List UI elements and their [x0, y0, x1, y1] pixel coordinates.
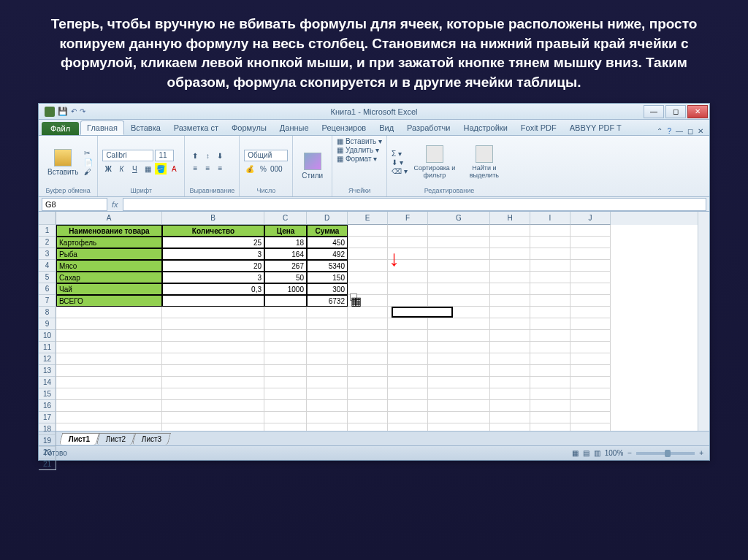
cell[interactable]: [264, 423, 307, 431]
cell[interactable]: [162, 400, 264, 412]
tab-insert[interactable]: Вставка: [124, 120, 167, 135]
cell[interactable]: [162, 412, 264, 423]
cell[interactable]: [56, 423, 162, 431]
cell[interactable]: [490, 377, 530, 388]
cell[interactable]: [570, 412, 611, 423]
cell[interactable]: [56, 318, 162, 330]
cell[interactable]: [388, 330, 428, 342]
cell[interactable]: [162, 330, 264, 342]
cell[interactable]: [264, 330, 307, 342]
col-header-D[interactable]: D: [307, 212, 348, 225]
cell[interactable]: 267: [264, 260, 307, 272]
cell[interactable]: [530, 248, 570, 260]
cell[interactable]: [307, 330, 348, 342]
cell[interactable]: [490, 260, 530, 272]
cell[interactable]: [428, 318, 490, 330]
cell[interactable]: [56, 365, 162, 377]
cell[interactable]: [264, 377, 307, 388]
cell[interactable]: [570, 307, 611, 318]
cell[interactable]: [348, 260, 388, 272]
row-header[interactable]: 1: [39, 225, 56, 237]
doc-close-icon[interactable]: ✕: [698, 127, 703, 135]
cell[interactable]: [264, 353, 307, 365]
cell[interactable]: [490, 412, 530, 423]
cell[interactable]: [162, 365, 264, 377]
row-header[interactable]: 13: [39, 365, 56, 377]
cell[interactable]: Рыба: [56, 248, 162, 260]
cell[interactable]: [307, 353, 348, 365]
fx-icon[interactable]: fx: [107, 200, 123, 209]
cell[interactable]: [264, 295, 307, 307]
cell[interactable]: [307, 423, 348, 431]
row-header[interactable]: 3: [39, 248, 56, 260]
cell[interactable]: [428, 400, 490, 412]
cell[interactable]: [56, 400, 162, 412]
cell[interactable]: [348, 307, 388, 318]
cell[interactable]: [570, 272, 611, 283]
cell[interactable]: [570, 423, 611, 431]
cell[interactable]: [307, 400, 348, 412]
cell[interactable]: ВСЕГО: [56, 295, 162, 307]
cell[interactable]: [388, 283, 428, 295]
view-layout-icon[interactable]: ▤: [583, 449, 589, 457]
row-header[interactable]: 7: [39, 295, 56, 307]
row-header[interactable]: 9: [39, 318, 56, 330]
cells-delete-button[interactable]: ▦ Удалить ▾: [337, 146, 379, 154]
align-top[interactable]: ⬆: [189, 150, 201, 162]
row-header[interactable]: 20: [39, 447, 56, 459]
cell[interactable]: [570, 353, 611, 365]
cell[interactable]: [428, 365, 490, 377]
cell[interactable]: [428, 295, 490, 307]
cell[interactable]: [348, 412, 388, 423]
sheet-tab-1[interactable]: Лист1: [59, 433, 99, 445]
fill-color-button[interactable]: 🪣: [155, 163, 167, 174]
zoom-out-button[interactable]: −: [627, 449, 632, 457]
cell[interactable]: 50: [264, 272, 307, 283]
cell[interactable]: 150: [307, 272, 348, 283]
cell[interactable]: [570, 342, 611, 353]
row-header[interactable]: 4: [39, 260, 56, 272]
cell[interactable]: [428, 272, 490, 283]
zoom-in-button[interactable]: +: [699, 449, 703, 457]
cell[interactable]: Сумма: [307, 225, 348, 237]
spreadsheet-grid[interactable]: 123456789101112131415161718192021 ABCDEF…: [39, 212, 709, 431]
row-header[interactable]: 21: [39, 459, 56, 470]
col-header-C[interactable]: C: [264, 212, 307, 225]
cell[interactable]: [307, 307, 348, 318]
cell[interactable]: [348, 330, 388, 342]
find-select-button[interactable]: Найти и выделить: [462, 142, 507, 182]
formula-bar[interactable]: [123, 198, 706, 211]
percent-button[interactable]: %: [257, 163, 269, 174]
cell[interactable]: 18: [264, 237, 307, 248]
cell[interactable]: Картофель: [56, 237, 162, 248]
cell[interactable]: [570, 330, 611, 342]
cell[interactable]: [264, 365, 307, 377]
clear-button[interactable]: ⌫ ▾: [392, 167, 408, 175]
col-header-B[interactable]: B: [162, 212, 264, 225]
cell[interactable]: [56, 377, 162, 388]
row-header[interactable]: 5: [39, 272, 56, 283]
cell[interactable]: [388, 225, 428, 237]
cell[interactable]: [570, 400, 611, 412]
cell[interactable]: [490, 307, 530, 318]
cell[interactable]: [348, 342, 388, 353]
row-header[interactable]: 10: [39, 330, 56, 342]
cell[interactable]: Наименование товара: [56, 225, 162, 237]
cell[interactable]: [530, 400, 570, 412]
cell[interactable]: 3: [162, 272, 264, 283]
cell[interactable]: [264, 318, 307, 330]
cell[interactable]: [428, 260, 490, 272]
cell[interactable]: [570, 377, 611, 388]
cell[interactable]: [264, 388, 307, 400]
row-header[interactable]: 16: [39, 400, 56, 412]
cell[interactable]: [428, 307, 490, 318]
align-left[interactable]: ≡: [189, 163, 201, 174]
cell[interactable]: [264, 400, 307, 412]
align-right[interactable]: ≡: [214, 163, 226, 174]
tab-formulas[interactable]: Формулы: [225, 120, 273, 135]
column-headers[interactable]: ABCDEFGHIJ: [56, 212, 698, 225]
cell[interactable]: [348, 423, 388, 431]
cell[interactable]: [348, 225, 388, 237]
cell[interactable]: 6732: [307, 295, 348, 307]
col-header-E[interactable]: E: [348, 212, 388, 225]
